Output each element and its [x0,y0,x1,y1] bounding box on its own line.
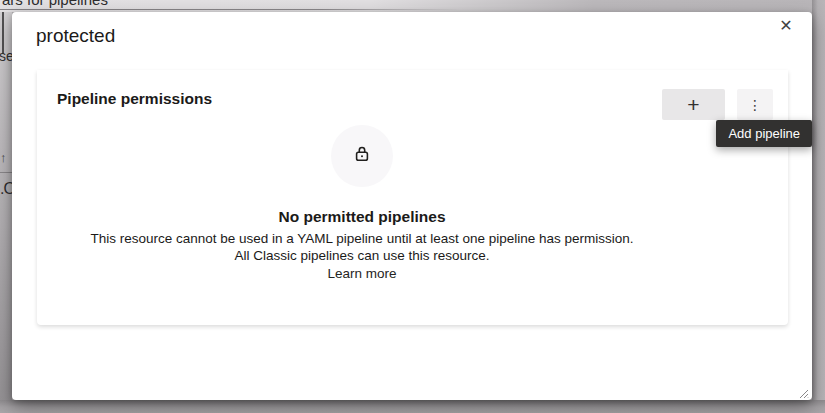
plus-icon: + [687,94,699,115]
lock-circle [331,125,393,187]
background-text-fragment: ↑ [0,150,7,165]
background-page-bottom [0,400,825,413]
background-page-top: ars for pipelines [0,0,825,12]
more-options-button[interactable]: ⋮ [737,89,773,120]
close-button[interactable]: ✕ [773,13,799,39]
empty-state: No permitted pipelines This resource can… [37,125,687,282]
card-heading: Pipeline permissions [57,90,212,108]
empty-state-description-line1: This resource cannot be used in a YAML p… [37,230,687,247]
pipeline-permissions-dialog: protected ✕ Pipeline permissions + ⋮ [12,12,812,400]
add-pipeline-button[interactable]: + [662,89,725,120]
empty-state-title: No permitted pipelines [37,208,687,226]
add-pipeline-tooltip: Add pipeline [716,120,812,147]
background-text-fragment: se [0,48,12,64]
background-text-fragment: .O [0,180,12,198]
dialog-title: protected [36,25,115,47]
resize-grip[interactable] [797,385,809,397]
background-divider [0,172,12,173]
background-page-left: se ↑ .O [0,12,12,413]
close-icon: ✕ [779,18,792,34]
tooltip-label: Add pipeline [728,126,800,141]
learn-more-link[interactable]: Learn more [327,265,396,282]
background-partial-text: ars for pipelines [2,0,108,8]
background-page-right [812,0,825,413]
empty-state-description-line2: All Classic pipelines can use this resou… [37,247,687,264]
lock-icon [353,145,371,167]
background-divider [0,9,460,10]
ellipsis-icon: ⋮ [748,98,762,112]
pipeline-permissions-card: Pipeline permissions + ⋮ No permitted pi… [37,70,788,325]
